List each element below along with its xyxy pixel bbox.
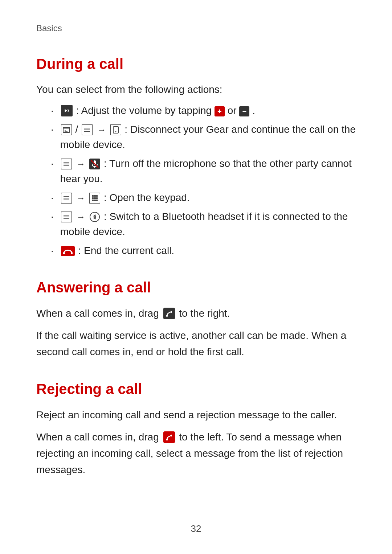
bullet-mute-content: → : Turn off the microphone so that the …: [60, 156, 356, 186]
svg-rect-37: [96, 200, 98, 201]
during-a-call-section: During a call You can select from the fo…: [36, 53, 356, 258]
bullet-bluetooth-content: → : Switch to a Bluetooth headset if it …: [60, 209, 356, 239]
during-a-call-bullets: · : Adjust the volume by tapping + or: [36, 103, 356, 258]
bluetooth-text: : Switch to a Bluetooth headset if it is…: [60, 211, 348, 237]
gear-phone-icon: [61, 124, 72, 135]
bullet-keypad-content: → : Open the keypad.: [60, 190, 356, 205]
arrow-text-1: →: [97, 125, 109, 135]
bullet-dot: ·: [51, 190, 54, 205]
keypad-icon: [89, 193, 100, 204]
svg-rect-13: [110, 124, 121, 135]
svg-rect-44: [63, 252, 65, 254]
svg-rect-45: [71, 252, 73, 254]
answering-p1-before: When a call comes in, drag: [36, 308, 159, 319]
svg-rect-50: [166, 439, 168, 440]
svg-rect-46: [163, 308, 175, 319]
arrow-text-3: →: [77, 193, 88, 203]
svg-rect-35: [92, 200, 94, 201]
answering-paragraph-1: When a call comes in, drag to the right.: [36, 305, 356, 322]
list-item: · : End the current call.: [36, 243, 356, 258]
volume-icon: [61, 105, 73, 116]
rejecting-p2-before: When a call comes in, drag: [36, 431, 159, 443]
svg-point-15: [115, 131, 116, 132]
svg-rect-32: [92, 197, 94, 199]
rejecting-paragraph-1: Reject an incoming call and send a rejec…: [36, 407, 356, 423]
answering-paragraph-2: If the call waiting service is active, a…: [36, 328, 356, 360]
rejecting-a-call-section: Rejecting a call Reject an incoming call…: [36, 378, 356, 478]
reject-drag-icon: [163, 431, 175, 443]
list-item: · →: [36, 190, 356, 205]
svg-rect-36: [94, 200, 96, 201]
menu-icon-3: [61, 193, 72, 204]
phone-icon-1: [110, 124, 121, 135]
list-item: · → : Switch to a Bluetooth headset if i…: [36, 209, 356, 239]
during-a-call-intro: You can select from the following action…: [36, 82, 356, 97]
arrow-text-2: →: [77, 159, 88, 169]
bullet-dot: ·: [51, 243, 54, 258]
svg-rect-51: [171, 435, 172, 436]
plus-icon: +: [215, 106, 225, 116]
menu-icon-1: [82, 124, 93, 135]
during-a-call-title: During a call: [36, 53, 356, 75]
end-call-icon: [61, 246, 75, 256]
svg-point-42: [90, 212, 99, 222]
bullet-dot: ·: [51, 122, 54, 137]
svg-rect-43: [61, 246, 75, 256]
keypad-text: : Open the keypad.: [104, 192, 190, 203]
svg-rect-48: [171, 311, 172, 313]
list-item: · : Adjust the volume by tapping + or: [36, 103, 356, 118]
svg-rect-29: [92, 195, 94, 197]
answering-a-call-section: Answering a call When a call comes in, d…: [36, 276, 356, 360]
bullet-end-content: : End the current call.: [60, 243, 356, 258]
svg-rect-47: [166, 315, 168, 317]
menu-icon-4: [61, 212, 72, 222]
volume-svg: [62, 106, 71, 115]
svg-rect-30: [94, 195, 96, 197]
bullet-volume-content: : Adjust the volume by tapping + or − .: [60, 103, 356, 118]
rejecting-paragraph-2: When a call comes in, drag to the left. …: [36, 429, 356, 478]
list-item: · / →: [36, 122, 356, 152]
minus-icon: −: [239, 106, 249, 116]
svg-rect-31: [96, 195, 98, 197]
menu-icon-2: [61, 159, 72, 169]
answering-a-call-title: Answering a call: [36, 276, 356, 298]
answering-p1-after: to the right.: [179, 308, 230, 319]
rejecting-a-call-title: Rejecting a call: [36, 378, 356, 400]
slash-text: /: [75, 124, 81, 135]
page-label: Basics: [36, 22, 356, 35]
mic-off-icon: [89, 159, 100, 169]
volume-text-before: : Adjust the volume by tapping: [76, 105, 215, 116]
list-item: · → : Turn off the mi: [36, 156, 356, 186]
svg-rect-49: [163, 431, 175, 443]
svg-rect-33: [94, 197, 96, 199]
or-text: or: [228, 105, 240, 116]
mute-text: : Turn off the microphone so that the ot…: [60, 158, 352, 184]
bluetooth-icon: [89, 212, 100, 222]
bullet-dot: ·: [51, 156, 54, 171]
volume-text-after: .: [252, 105, 255, 116]
bullet-dot: ·: [51, 103, 54, 118]
svg-rect-34: [96, 197, 98, 199]
end-call-text: : End the current call.: [78, 245, 175, 256]
answer-drag-icon: [163, 308, 175, 319]
svg-rect-4: [61, 124, 72, 135]
bullet-dot: ·: [51, 209, 54, 224]
arrow-text-4: →: [77, 212, 88, 222]
bullet-disconnect-content: / → : Disconnect your Gear and continue …: [60, 122, 356, 152]
page-number: 32: [191, 522, 201, 536]
